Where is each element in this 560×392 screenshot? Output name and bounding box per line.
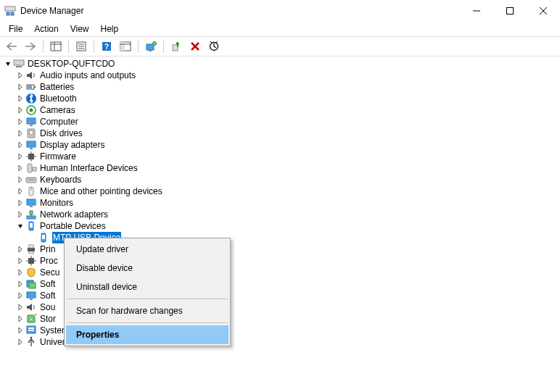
ctx-properties[interactable]: Properties <box>66 325 228 344</box>
expander-icon[interactable] <box>15 209 25 220</box>
portable-icon <box>38 232 49 243</box>
expander-icon[interactable] <box>15 291 25 301</box>
tree-category-6[interactable]: Display adapters <box>0 139 560 151</box>
expander-icon[interactable] <box>15 140 25 150</box>
svg-rect-46 <box>33 167 36 171</box>
expander-icon[interactable] <box>15 244 25 254</box>
tree-category-10[interactable]: Mice and other pointing devices <box>0 185 560 197</box>
ctx-scan-hardware[interactable]: Scan for hardware changes <box>66 301 228 320</box>
svg-rect-30 <box>28 86 32 88</box>
back-button[interactable] <box>3 38 20 54</box>
bluetooth-icon <box>25 93 37 104</box>
expander-icon[interactable] <box>15 117 25 127</box>
expander-icon[interactable] <box>15 256 25 266</box>
expander-icon[interactable] <box>15 128 25 138</box>
monitor-icon <box>25 139 37 151</box>
tree-category-7[interactable]: Firmware <box>0 151 560 162</box>
speaker-icon <box>25 301 37 313</box>
tree-category-4[interactable]: Computer <box>0 116 560 128</box>
expander-icon[interactable] <box>15 93 25 104</box>
expander-icon[interactable] <box>15 151 25 162</box>
properties-button[interactable] <box>73 38 90 54</box>
tree-item-label: Sou <box>40 301 55 313</box>
tree-root[interactable]: DESKTOP-QUFTCDO <box>0 58 560 70</box>
expander-spacer <box>28 233 38 243</box>
tree-category-portable-devices[interactable]: Portable Devices <box>0 220 560 232</box>
enable-button[interactable] <box>168 38 185 54</box>
tree-category-9[interactable]: Keyboards <box>0 174 560 185</box>
help-button[interactable]: ? <box>98 38 115 54</box>
device-tree[interactable]: DESKTOP-QUFTCDO Audio inputs and outputs… <box>0 57 560 349</box>
svg-rect-17 <box>120 42 125 51</box>
expander-icon[interactable] <box>15 302 25 312</box>
svg-text:?: ? <box>104 43 109 51</box>
window-controls <box>460 0 560 22</box>
expander-icon[interactable] <box>15 325 25 335</box>
tree-item-label: Computer <box>40 116 78 128</box>
svg-rect-62 <box>29 245 33 248</box>
expander-icon[interactable] <box>15 70 25 80</box>
svg-rect-2 <box>11 12 14 15</box>
ctx-disable-device[interactable]: Disable device <box>66 259 228 278</box>
svg-rect-22 <box>173 45 178 51</box>
toolbar-separator <box>138 40 139 53</box>
tree-item-label: Portable Devices <box>40 220 106 232</box>
svg-rect-4 <box>507 8 514 14</box>
window-title: Device Manager <box>20 6 460 16</box>
expander-icon[interactable] <box>15 186 25 196</box>
tree-category-1[interactable]: Batteries <box>0 81 560 93</box>
tree-category-8[interactable]: Human Interface Devices <box>0 162 560 174</box>
update-driver-button[interactable] <box>142 38 160 54</box>
svg-rect-35 <box>30 125 33 126</box>
minimize-button[interactable] <box>460 0 493 22</box>
svg-point-37 <box>29 130 33 135</box>
tree-category-3[interactable]: Cameras <box>0 104 560 116</box>
system-icon <box>25 325 37 336</box>
tree-item-label: Cameras <box>40 104 75 116</box>
svg-rect-7 <box>51 42 61 51</box>
expander-icon[interactable] <box>15 198 25 208</box>
maximize-button[interactable] <box>493 0 527 22</box>
ctx-update-driver[interactable]: Update driver <box>66 240 228 259</box>
tree-category-0[interactable]: Audio inputs and outputs <box>0 70 560 81</box>
menu-file[interactable]: File <box>3 22 28 36</box>
usb-icon <box>25 336 37 348</box>
tree-category-2[interactable]: Bluetooth <box>0 93 560 104</box>
expander-icon[interactable] <box>15 105 25 115</box>
expander-icon[interactable] <box>3 59 13 69</box>
expander-icon[interactable] <box>15 221 25 231</box>
expander-icon[interactable] <box>15 279 25 289</box>
expander-icon[interactable] <box>15 163 25 173</box>
printer-icon <box>25 243 37 255</box>
expander-icon[interactable] <box>15 267 25 278</box>
expander-icon[interactable] <box>15 337 25 347</box>
svg-rect-29 <box>34 86 36 88</box>
expander-icon[interactable] <box>15 82 25 92</box>
ctx-uninstall-device[interactable]: Uninstall device <box>66 278 228 296</box>
tree-category-11[interactable]: Monitors <box>0 197 560 209</box>
tree-item-label: Keyboards <box>40 174 81 185</box>
toolbar-separator <box>163 40 164 53</box>
uninstall-button[interactable] <box>186 38 204 54</box>
svg-rect-52 <box>27 199 36 205</box>
software-icon <box>25 278 37 290</box>
tree-item-label: Prin <box>40 243 55 255</box>
action-button[interactable] <box>117 38 134 54</box>
scan-hardware-button[interactable] <box>205 38 223 54</box>
tree-item-label: Mice and other pointing devices <box>40 185 162 197</box>
menu-view[interactable]: View <box>65 22 95 36</box>
svg-rect-19 <box>147 44 154 50</box>
forward-button[interactable] <box>22 38 39 54</box>
close-button[interactable] <box>527 0 560 22</box>
tree-category-12[interactable]: Network adapters <box>0 209 560 220</box>
svg-rect-39 <box>30 148 33 149</box>
expander-icon[interactable] <box>15 314 25 324</box>
expander-icon[interactable] <box>15 175 25 185</box>
tree-category-5[interactable]: Disk drives <box>0 128 560 139</box>
svg-rect-34 <box>27 118 36 124</box>
toolbar-separator <box>94 40 94 53</box>
show-hide-tree-button[interactable] <box>47 38 65 54</box>
menu-action[interactable]: Action <box>28 22 64 36</box>
menu-help[interactable]: Help <box>95 22 125 36</box>
storage-icon <box>25 313 37 325</box>
